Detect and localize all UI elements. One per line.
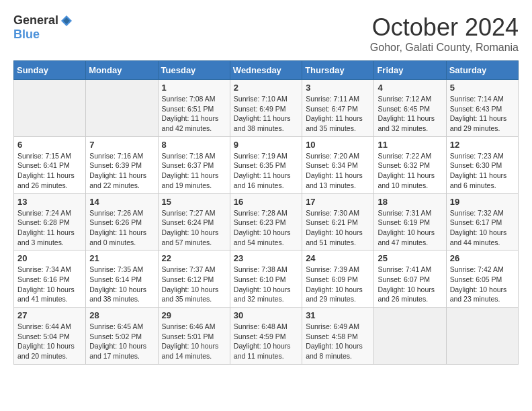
weekday-header: Thursday	[302, 61, 374, 80]
day-number: 1	[162, 83, 226, 93]
weekdays-header: SundayMondayTuesdayWednesdayThursdayFrid…	[14, 61, 519, 80]
day-info: Sunrise: 7:16 AMSunset: 6:39 PMDaylight:…	[89, 151, 154, 191]
location-subtitle: Gohor, Galati County, Romania	[370, 42, 519, 54]
day-number: 25	[378, 253, 442, 263]
calendar-cell: 13Sunrise: 7:24 AMSunset: 6:28 PMDayligh…	[14, 193, 86, 250]
day-info: Sunrise: 7:27 AMSunset: 6:24 PMDaylight:…	[162, 208, 226, 248]
calendar-cell: 10Sunrise: 7:20 AMSunset: 6:34 PMDayligh…	[302, 136, 374, 193]
day-number: 13	[17, 197, 82, 207]
logo-general: General	[13, 13, 58, 28]
month-title: October 2024	[370, 13, 519, 42]
calendar-week-row: 13Sunrise: 7:24 AMSunset: 6:28 PMDayligh…	[14, 193, 519, 250]
day-info: Sunrise: 7:39 AMSunset: 6:09 PMDaylight:…	[306, 265, 370, 304]
day-info: Sunrise: 7:08 AMSunset: 6:51 PMDaylight:…	[162, 94, 226, 134]
day-info: Sunrise: 7:15 AMSunset: 6:41 PMDaylight:…	[17, 151, 82, 191]
day-number: 31	[306, 310, 370, 320]
day-number: 7	[89, 140, 154, 150]
calendar-week-row: 6Sunrise: 7:15 AMSunset: 6:41 PMDaylight…	[14, 136, 519, 193]
day-number: 5	[450, 83, 515, 93]
day-number: 10	[306, 140, 370, 150]
calendar-cell: 6Sunrise: 7:15 AMSunset: 6:41 PMDaylight…	[14, 136, 86, 193]
calendar-cell: 3Sunrise: 7:11 AMSunset: 6:47 PMDaylight…	[302, 80, 374, 137]
day-number: 29	[162, 310, 226, 320]
day-number: 20	[17, 253, 82, 263]
day-number: 28	[89, 310, 154, 320]
weekday-header: Tuesday	[158, 61, 230, 80]
day-info: Sunrise: 7:42 AMSunset: 6:05 PMDaylight:…	[450, 265, 515, 304]
day-info: Sunrise: 7:14 AMSunset: 6:43 PMDaylight:…	[450, 94, 515, 134]
calendar-cell: 19Sunrise: 7:32 AMSunset: 6:17 PMDayligh…	[446, 193, 518, 250]
calendar-cell: 29Sunrise: 6:46 AMSunset: 5:01 PMDayligh…	[158, 308, 230, 365]
calendar-cell	[446, 308, 518, 365]
day-number: 17	[306, 197, 370, 207]
day-number: 21	[89, 253, 154, 263]
day-number: 4	[378, 83, 442, 93]
day-number: 19	[450, 197, 515, 207]
calendar-week-row: 20Sunrise: 7:34 AMSunset: 6:16 PMDayligh…	[14, 250, 519, 308]
weekday-header: Friday	[374, 61, 446, 80]
day-number: 2	[234, 83, 298, 93]
calendar-cell: 27Sunrise: 6:44 AMSunset: 5:04 PMDayligh…	[14, 308, 86, 365]
day-info: Sunrise: 7:34 AMSunset: 6:16 PMDaylight:…	[17, 265, 82, 304]
day-number: 12	[450, 140, 515, 150]
calendar-cell: 25Sunrise: 7:41 AMSunset: 6:07 PMDayligh…	[374, 250, 446, 308]
calendar-cell: 11Sunrise: 7:22 AMSunset: 6:32 PMDayligh…	[374, 136, 446, 193]
calendar-cell	[86, 80, 158, 137]
day-info: Sunrise: 7:35 AMSunset: 6:14 PMDaylight:…	[89, 265, 154, 304]
calendar-body: 1Sunrise: 7:08 AMSunset: 6:51 PMDaylight…	[14, 80, 519, 365]
day-number: 27	[17, 310, 82, 320]
day-number: 6	[17, 140, 82, 150]
day-info: Sunrise: 7:24 AMSunset: 6:28 PMDaylight:…	[17, 208, 82, 248]
day-info: Sunrise: 7:23 AMSunset: 6:30 PMDaylight:…	[450, 151, 515, 191]
calendar-cell	[374, 308, 446, 365]
calendar-cell: 21Sunrise: 7:35 AMSunset: 6:14 PMDayligh…	[86, 250, 158, 308]
day-number: 11	[378, 140, 442, 150]
day-info: Sunrise: 6:49 AMSunset: 4:58 PMDaylight:…	[306, 322, 370, 361]
day-info: Sunrise: 7:18 AMSunset: 6:37 PMDaylight:…	[162, 151, 226, 191]
day-info: Sunrise: 6:45 AMSunset: 5:02 PMDaylight:…	[89, 322, 154, 361]
calendar-cell: 5Sunrise: 7:14 AMSunset: 6:43 PMDaylight…	[446, 80, 518, 137]
calendar-week-row: 27Sunrise: 6:44 AMSunset: 5:04 PMDayligh…	[14, 308, 519, 365]
day-info: Sunrise: 7:22 AMSunset: 6:32 PMDaylight:…	[378, 151, 442, 191]
day-info: Sunrise: 7:32 AMSunset: 6:17 PMDaylight:…	[450, 208, 515, 248]
day-info: Sunrise: 6:44 AMSunset: 5:04 PMDaylight:…	[17, 322, 82, 361]
day-number: 24	[306, 253, 370, 263]
logo-blue: Blue	[13, 28, 40, 42]
day-info: Sunrise: 7:41 AMSunset: 6:07 PMDaylight:…	[378, 265, 442, 304]
day-info: Sunrise: 7:30 AMSunset: 6:21 PMDaylight:…	[306, 208, 370, 248]
calendar-cell: 18Sunrise: 7:31 AMSunset: 6:19 PMDayligh…	[374, 193, 446, 250]
page-header: General Blue October 2024 Gohor, Galati …	[13, 13, 519, 54]
calendar-cell: 15Sunrise: 7:27 AMSunset: 6:24 PMDayligh…	[158, 193, 230, 250]
calendar-cell: 22Sunrise: 7:37 AMSunset: 6:12 PMDayligh…	[158, 250, 230, 308]
day-info: Sunrise: 6:46 AMSunset: 5:01 PMDaylight:…	[162, 322, 226, 361]
day-number: 14	[89, 197, 154, 207]
calendar-cell: 1Sunrise: 7:08 AMSunset: 6:51 PMDaylight…	[158, 80, 230, 137]
calendar-week-row: 1Sunrise: 7:08 AMSunset: 6:51 PMDaylight…	[14, 80, 519, 137]
calendar-cell	[14, 80, 86, 137]
day-info: Sunrise: 7:31 AMSunset: 6:19 PMDaylight:…	[378, 208, 442, 248]
day-info: Sunrise: 7:12 AMSunset: 6:45 PMDaylight:…	[378, 94, 442, 134]
day-number: 16	[234, 197, 298, 207]
calendar-cell: 24Sunrise: 7:39 AMSunset: 6:09 PMDayligh…	[302, 250, 374, 308]
day-number: 15	[162, 197, 226, 207]
day-number: 22	[162, 253, 226, 263]
calendar-cell: 9Sunrise: 7:19 AMSunset: 6:35 PMDaylight…	[230, 136, 302, 193]
day-info: Sunrise: 6:48 AMSunset: 4:59 PMDaylight:…	[234, 322, 298, 361]
day-info: Sunrise: 7:38 AMSunset: 6:10 PMDaylight:…	[234, 265, 298, 304]
day-number: 30	[234, 310, 298, 320]
calendar-cell: 20Sunrise: 7:34 AMSunset: 6:16 PMDayligh…	[14, 250, 86, 308]
day-info: Sunrise: 7:37 AMSunset: 6:12 PMDaylight:…	[162, 265, 226, 304]
weekday-header: Monday	[86, 61, 158, 80]
day-info: Sunrise: 7:28 AMSunset: 6:23 PMDaylight:…	[234, 208, 298, 248]
calendar-cell: 12Sunrise: 7:23 AMSunset: 6:30 PMDayligh…	[446, 136, 518, 193]
calendar-table: SundayMondayTuesdayWednesdayThursdayFrid…	[13, 60, 519, 365]
calendar-cell: 23Sunrise: 7:38 AMSunset: 6:10 PMDayligh…	[230, 250, 302, 308]
logo-icon	[60, 14, 73, 28]
title-section: October 2024 Gohor, Galati County, Roman…	[370, 13, 519, 54]
calendar-cell: 4Sunrise: 7:12 AMSunset: 6:45 PMDaylight…	[374, 80, 446, 137]
calendar-cell: 7Sunrise: 7:16 AMSunset: 6:39 PMDaylight…	[86, 136, 158, 193]
weekday-header: Sunday	[14, 61, 86, 80]
calendar-cell: 17Sunrise: 7:30 AMSunset: 6:21 PMDayligh…	[302, 193, 374, 250]
calendar-cell: 8Sunrise: 7:18 AMSunset: 6:37 PMDaylight…	[158, 136, 230, 193]
logo: General Blue	[13, 13, 73, 42]
